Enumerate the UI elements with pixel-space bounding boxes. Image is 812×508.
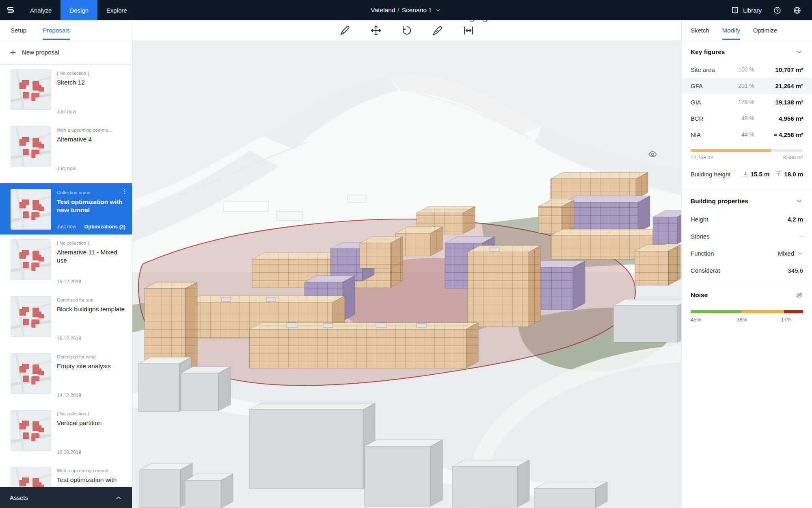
metric-percent: 100 % <box>722 66 754 73</box>
tab-optimize[interactable]: Optimize <box>753 20 777 40</box>
inspector-panel: Sketch Modify Optimize Key figures Site … <box>681 20 812 508</box>
rotate-tool-icon[interactable] <box>401 24 413 37</box>
gfa-max-label: 8,506 m² <box>783 155 803 161</box>
max-height-icon <box>776 171 782 177</box>
metric-label: NIA <box>691 131 722 138</box>
proposals-panel: Setup Proposals New proposal [ No collec… <box>0 20 132 508</box>
min-height-value: 15.5 m <box>751 171 770 178</box>
function-dropdown[interactable]: Mixed <box>778 250 803 257</box>
proposal-card-selected[interactable]: Collection name Test optimization with n… <box>0 183 132 234</box>
proposal-thumbnail <box>11 296 51 337</box>
key-figure-row-highlighted[interactable]: GFA 201 % 21,264 m² <box>682 78 812 94</box>
tab-modify[interactable]: Modify <box>722 20 740 40</box>
tab-setup[interactable]: Setup <box>11 20 26 40</box>
draw-tool-icon[interactable] <box>339 24 351 37</box>
kebab-menu-icon[interactable] <box>121 188 128 195</box>
key-figure-row: NIA 44 % ≈ 4,256 m² <box>691 126 803 143</box>
breadcrumb-separator: / <box>397 7 399 14</box>
proposal-card[interactable]: [ No collection ] Alternative 11 - Mixed… <box>0 239 132 288</box>
proposal-meta: Just now <box>57 224 76 230</box>
key-figures-section: Key figures Site area 100 % 10,707 m² GF… <box>682 40 812 189</box>
move-tool-icon[interactable] <box>370 24 382 37</box>
proposal-title: Alternative 11 - Mixed use <box>57 248 125 265</box>
measure-tool-icon[interactable] <box>462 24 475 37</box>
chevron-down-icon <box>797 250 803 256</box>
tab-sketch[interactable]: Sketch <box>691 20 709 40</box>
proposal-thumbnail <box>11 410 51 451</box>
section-title: Key figures <box>691 48 725 56</box>
max-height-value: 18.0 m <box>784 171 803 178</box>
copy-icon[interactable] <box>469 20 476 23</box>
noise-green-pct: 45% <box>691 317 701 323</box>
canvas-toolbar <box>132 20 681 41</box>
left-panel-tabs: Setup Proposals <box>0 20 132 40</box>
breadcrumb-project: Vateland <box>371 7 395 14</box>
building-properties-header[interactable]: Building properties <box>691 192 803 211</box>
proposal-meta: Just now <box>57 166 125 175</box>
property-label: Stories <box>691 233 710 240</box>
breadcrumb[interactable]: Vateland / Scenario 1 <box>371 0 441 20</box>
help-icon[interactable] <box>773 6 782 15</box>
metric-value: 10,707 m² <box>754 66 803 73</box>
proposal-title: Alternative 4 <box>57 135 125 143</box>
plus-icon <box>9 49 17 56</box>
property-label: Considerat <box>691 267 720 274</box>
app-logo-icon[interactable] <box>0 0 21 20</box>
copy-icon[interactable] <box>482 20 489 23</box>
proposal-meta: 10.10.2019 <box>57 449 125 458</box>
property-row: Stories -- <box>691 228 803 245</box>
app-window: Analyze Design Explore Vateland / Scenar… <box>0 0 812 508</box>
globe-icon[interactable] <box>793 6 801 15</box>
proposal-title: Empty site analysis <box>57 362 125 370</box>
new-proposal-button[interactable]: New proposal <box>0 40 132 65</box>
proposal-collection: [ No collection ] <box>57 71 125 76</box>
proposal-card[interactable]: With a upcoming comme... Alternative 4 J… <box>0 126 132 175</box>
library-button[interactable]: Library <box>731 6 762 15</box>
3d-scene[interactable] <box>132 20 681 508</box>
proposal-thumbnail <box>11 239 51 280</box>
proposal-card[interactable]: Optimized for wind Empty site analysis 1… <box>0 353 132 402</box>
visibility-eye-icon[interactable] <box>648 150 657 159</box>
proposal-title: Vertical partition <box>57 419 125 427</box>
property-value[interactable]: 345,6 <box>788 267 803 274</box>
assets-panel-toggle[interactable]: Assets <box>0 487 132 508</box>
proposal-collection: [ No collection ] <box>57 241 125 245</box>
proposal-thumbnail <box>11 189 51 230</box>
proposal-collection: Optimized for wind <box>57 354 125 359</box>
proposal-title: Block buildigns template <box>57 305 125 313</box>
nav-tab-analyze[interactable]: Analyze <box>21 0 60 20</box>
book-icon <box>731 6 739 15</box>
proposal-card[interactable]: Optimized for sun Block buildigns templa… <box>0 296 132 345</box>
property-value[interactable]: 4.2 m <box>788 216 803 223</box>
optimizations-badge[interactable]: Optimizations (2) <box>84 224 125 230</box>
building-height-row: Building height 15.5 m 18.0 m <box>691 163 803 185</box>
metric-percent: 201 % <box>722 82 754 89</box>
main-nav: Analyze Design Explore <box>21 0 136 20</box>
assets-label: Assets <box>10 494 28 501</box>
key-figures-header[interactable]: Key figures <box>691 43 803 61</box>
metric-label: GFA <box>691 82 722 89</box>
nav-tab-design[interactable]: Design <box>60 0 97 20</box>
proposal-card[interactable]: [ No collection ] Sketch 12 Just now <box>0 69 132 118</box>
noise-distribution-bar <box>691 310 803 313</box>
noise-section: Noise 45% 38% 17% <box>682 283 812 329</box>
metric-value: ≈ 4,256 m² <box>754 131 803 138</box>
proposal-title: Test optimization with new tunnel <box>57 198 125 214</box>
noise-segment-red <box>784 310 803 313</box>
eye-off-icon[interactable] <box>796 291 803 299</box>
chevron-down-icon <box>435 7 441 13</box>
property-label: Function <box>691 250 714 257</box>
proposal-card[interactable]: [ No collection ] Vertical partition 10.… <box>0 410 132 458</box>
split-tool-icon[interactable] <box>432 24 444 37</box>
noise-header[interactable]: Noise <box>691 286 803 304</box>
noise-red-pct: 17% <box>781 317 791 323</box>
metric-label: Site area <box>691 66 722 73</box>
key-figure-row: GIA 178 % 19,138 m² <box>691 94 803 110</box>
property-value[interactable]: -- <box>799 233 803 240</box>
nav-tab-explore[interactable]: Explore <box>97 0 136 20</box>
metric-value: 19,138 m² <box>754 99 803 106</box>
3d-viewport[interactable] <box>132 20 681 508</box>
clipped-toolbar-icons <box>469 20 489 23</box>
proposal-title: Sketch 12 <box>57 78 125 87</box>
tab-proposals[interactable]: Proposals <box>43 20 70 40</box>
